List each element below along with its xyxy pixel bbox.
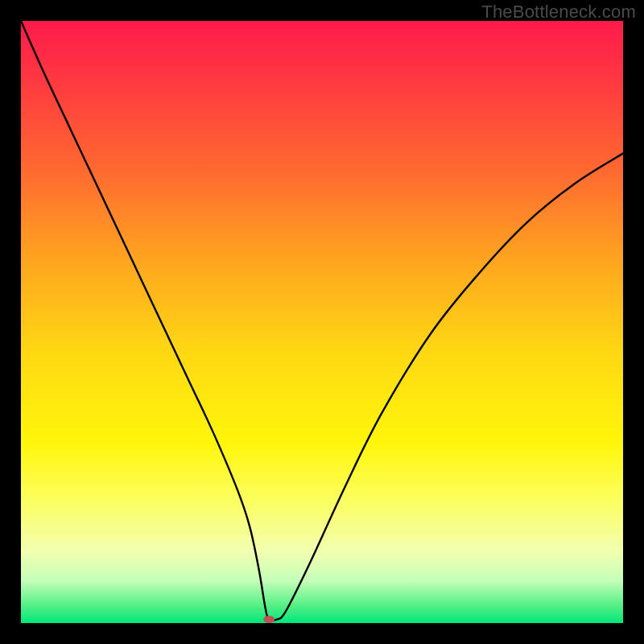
optimal-point-marker: [263, 616, 275, 623]
bottleneck-chart: [21, 21, 623, 623]
plot-area: [21, 21, 623, 623]
watermark-text: TheBottleneck.com: [481, 2, 636, 23]
chart-frame: TheBottleneck.com: [0, 0, 644, 644]
gradient-background: [21, 21, 623, 623]
